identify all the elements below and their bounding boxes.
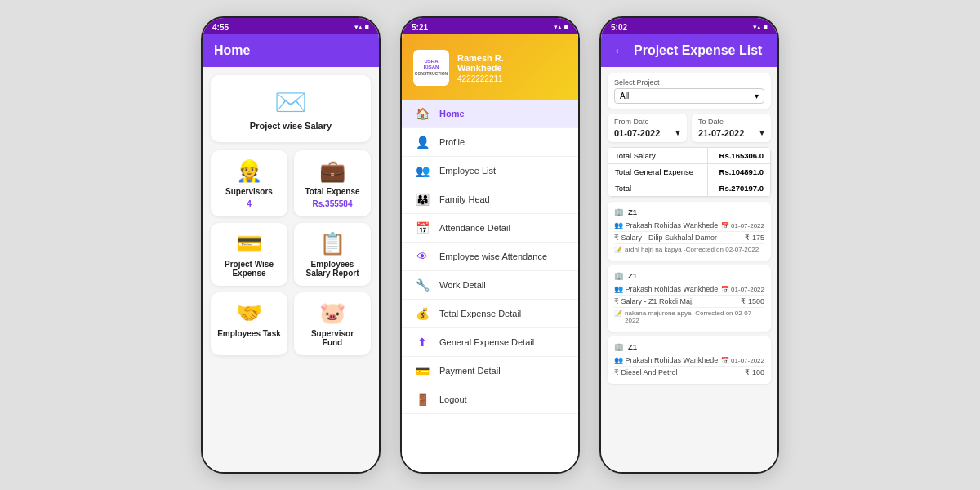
menu-payment[interactable]: 💳 Payment Detail [402,357,578,385]
piggy-icon: 🐷 [319,301,345,326]
date-range-row: From Date 01-07-2022 ▾ To Date 21-07-202… [608,114,771,142]
profile-icon: 👤 [415,136,430,149]
handshake-icon: 🤝 [236,301,262,326]
status-bar-2: 5:21 ▾▴ ■ [402,18,578,34]
salary-label-2: ₹ Salary - Z1 Rokdi Maj. [614,297,694,305]
total-expense-card[interactable]: 💼 Total Expense Rs.355584 [294,150,371,216]
employees-task-label: Employees Task [217,329,281,338]
time-1: 4:55 [212,23,229,32]
menu-attendance[interactable]: 📅 Attendance Detail [402,214,578,243]
status-bar-1: 4:55 ▾▴ ■ [203,18,379,34]
to-date-label: To Date [698,118,764,126]
payment-icon: 💳 [415,364,430,377]
menu-attendance-label: Attendance Detail [439,223,510,233]
select-project-label: Select Project [614,78,764,87]
expense-project-3: Z1 [628,342,637,351]
menu-work-detail-label: Work Detail [439,280,486,290]
menu-family-head[interactable]: 👨‍👩‍👧 Family Head [402,185,578,214]
expense-card-2: 🏢 Z1 👥 Prakash Rohidas Wankhede 📅 01-07-… [608,265,771,332]
menu-total-expense-label: Total Expense Detail [439,309,521,318]
expense-card-2-header: 🏢 Z1 [614,271,764,280]
expense-date-1: 📅 01-07-2022 [721,222,764,229]
status-icons-3: ▾▴ ■ [753,23,768,31]
building-icon-1: 🏢 [614,207,624,216]
envelope-icon: ✉️ [219,87,363,118]
phone-drawer: 5:21 ▾▴ ■ USHAKISANCONSTRUCTION Ramesh R… [400,16,580,474]
summary-label-salary: Total Salary [608,148,708,164]
expense-card-3: 🏢 Z1 👥 Prakash Rohidas Wankhede 📅 01-07-… [608,336,771,384]
expense-card-3-header: 🏢 Z1 [614,342,764,351]
expense-note-2: 📝 nakana majurone apya -Corrected on 02-… [614,308,764,326]
signal-icon-3: ▾▴ [753,23,761,31]
menu-total-expense[interactable]: 💰 Total Expense Detail [402,300,578,328]
project-salary-card[interactable]: ✉️ Project wise Salary [211,75,371,142]
person-icon-3: 👥 Prakash Rohidas Wankhede [614,356,718,364]
home-title: Home [214,43,250,58]
signal-icon-1: ▾▴ [354,23,363,31]
menu-work-detail[interactable]: 🔧 Work Detail [402,271,578,300]
supervisor-icon: 👷 [236,158,262,184]
project-wise-expense-card[interactable]: 💳 Project Wise Expense [211,223,287,286]
salary-report-card[interactable]: 📋 Employees Salary Report [294,223,371,286]
expense-card-1: 🏢 Z1 👥 Prakash Rohidas Wankhede 📅 01-07-… [608,202,771,261]
chevron-down-icon: ▾ [755,91,759,100]
signal-icon-2: ▾▴ [554,23,562,31]
menu-employee-list[interactable]: 👥 Employee List [402,157,578,185]
to-date-arrow: ▾ [760,127,764,138]
person-icon-1: 👥 Prakash Rohidas Wankhede [614,221,718,229]
supervisor-fund-card[interactable]: 🐷 Supervisor Fund [294,292,371,355]
expense-salary-row-2: ₹ Salary - Z1 Rokdi Maj. ₹ 1500 [614,296,764,308]
menu-general-expense[interactable]: ⬆ General Expense Detail [402,328,578,357]
summary-row-total: Total Rs.270197.0 [608,180,771,197]
menu-home-label: Home [439,109,465,118]
wallet-icon: 💰 [415,307,430,320]
menu-home[interactable]: 🏠 Home [402,100,578,128]
status-bar-3: 5:02 ▾▴ ■ [601,18,777,34]
to-date-value[interactable]: 21-07-2022 ▾ [698,127,764,138]
phones-container: 4:55 ▾▴ ■ Home ✉️ Project wise Salary 👷 … [188,3,792,487]
menu-logout[interactable]: 🚪 Logout [402,385,578,414]
note-text-2: nakana majurone apya -Corrected on 02-07… [625,310,764,324]
summary-table: Total Salary Rs.165306.0 Total General E… [608,147,771,197]
salary-report-label: Employees Salary Report [301,260,364,278]
summary-label-general: Total General Expense [608,164,708,180]
app-bar-3: ← Project Expense List [601,34,777,67]
expense-salary-row-1: ₹ Salary - Dilip Sukhalal Damor ₹ 175 [614,232,764,244]
person-icon-2: 👥 Prakash Rohidas Wankhede [614,285,718,293]
time-2: 5:21 [412,23,428,32]
select-project-dropdown[interactable]: All ▾ [614,88,764,104]
expense-project-2: Z1 [628,271,637,280]
note-icon-2: 📝 [614,310,622,317]
salary-label-3: ₹ Diesel And Petrol [614,368,678,376]
supervisor-value: 4 [247,199,252,208]
from-date-value[interactable]: 01-07-2022 ▾ [614,127,680,138]
back-arrow-icon[interactable]: ← [612,42,627,60]
phone-home: 4:55 ▾▴ ■ Home ✉️ Project wise Salary 👷 … [201,16,381,474]
total-expense-label: Total Expense [305,187,359,196]
calendar-icon: 📅 [415,221,430,234]
building-icon-2: 🏢 [614,271,624,280]
profile-surname: Wankhede [457,63,504,73]
credit-card-icon: 💳 [236,231,262,256]
status-icons-1: ▾▴ ■ [354,23,369,31]
salary-amount-3: ₹ 100 [745,368,764,376]
home-icon: 🏠 [415,107,430,120]
summary-row-salary: Total Salary Rs.165306.0 [608,148,771,164]
profile-phone: 4222222211 [457,74,504,83]
battery-icon-1: ■ [365,23,369,31]
supervisors-card[interactable]: 👷 Supervisors 4 [211,150,287,216]
expense-date-2: 📅 01-07-2022 [721,286,764,293]
logout-icon: 🚪 [415,393,430,406]
menu-employee-attendance[interactable]: 👁 Employee wise Attendance [402,243,578,271]
profile-info: Ramesh R. Wankhede 4222222211 [457,53,504,83]
phone-expense: 5:02 ▾▴ ■ ← Project Expense List Select … [599,16,779,474]
profile-name: Ramesh R. [457,53,504,63]
expense-project-1: Z1 [628,207,637,216]
employees-task-card[interactable]: 🤝 Employees Task [211,292,287,355]
note-text-1: ardhi hajri na kapya -Corrected on 02-07… [625,246,759,253]
menu-profile[interactable]: 👤 Profile [402,128,578,157]
project-salary-label: Project wise Salary [219,121,363,131]
upload-icon: ⬆ [415,336,430,349]
menu-employee-list-label: Employee List [439,166,496,176]
summary-value-general: Rs.104891.0 [707,164,770,180]
